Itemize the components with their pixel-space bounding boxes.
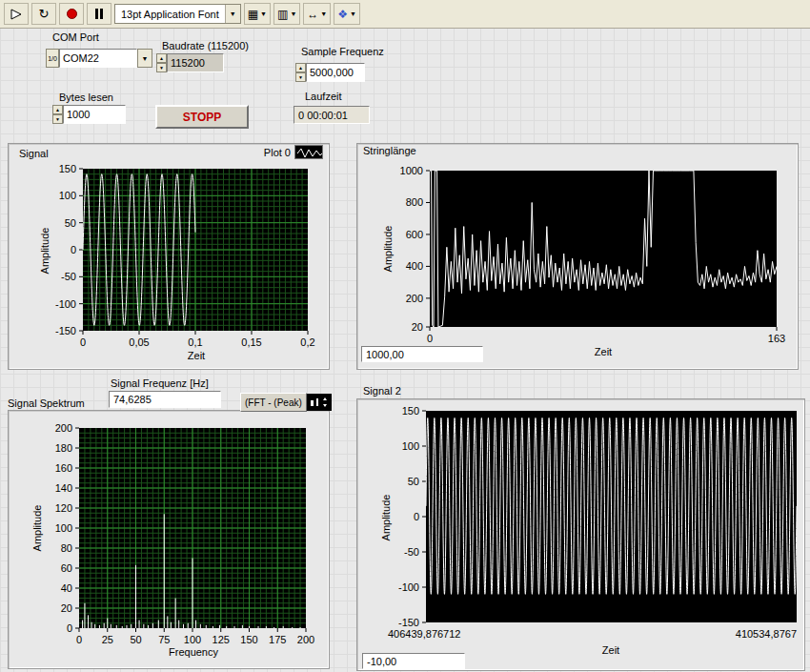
align-objects-dropdown[interactable]: ▦ ▼ <box>244 3 271 25</box>
sample-frequenz-value[interactable]: 5000,000 <box>306 63 365 82</box>
svg-text:200: 200 <box>297 634 314 645</box>
chevron-down-icon: ▼ <box>350 10 356 17</box>
abort-button[interactable] <box>59 3 84 25</box>
svg-text:20: 20 <box>61 602 72 614</box>
y-axis-label: Amplitude <box>382 226 394 273</box>
com-port-value[interactable]: COM22 <box>59 49 137 68</box>
signal2-scale-value[interactable]: -10,00 <box>362 653 465 669</box>
y-axis-label: Amplitude <box>380 495 392 541</box>
font-selector[interactable]: 13pt Application Font ▼ <box>114 4 241 24</box>
baudrate-spinner[interactable]: ▲ ▼ <box>156 53 167 72</box>
svg-text:0: 0 <box>67 622 72 634</box>
svg-text:50: 50 <box>408 476 419 487</box>
resize-objects-dropdown[interactable]: ↔ ▼ <box>303 3 331 25</box>
svg-text:0: 0 <box>71 244 76 255</box>
align-objects-icon: ▦ <box>248 8 258 21</box>
baudrate-label: Baudrate (115200) <box>162 40 249 51</box>
visa-io-icon: 1/0 <box>46 49 59 68</box>
spin-down-icon[interactable]: ▼ <box>295 72 306 82</box>
svg-text:0: 0 <box>427 333 433 344</box>
spin-down-icon[interactable]: ▼ <box>52 114 63 124</box>
stringlaenge-plot-area: 2020040060080010000163 <box>357 144 798 369</box>
run-arrow-icon <box>9 7 24 22</box>
bytes-lesen-control[interactable]: ▲ ▼ 1000 <box>52 105 126 124</box>
sample-frequenz-control[interactable]: ▲ ▼ 5000,000 <box>295 63 365 82</box>
labview-front-panel: ↻ 13pt Application Font ▼ ▦ ▼ ▥ ▼ ↔ ▼ ❖ … <box>0 0 810 672</box>
signal2-waveform-graph: Amplitude Zeit -10,00 -150-100-500501001… <box>356 398 805 671</box>
svg-text:100: 100 <box>184 634 201 645</box>
sample-frequenz-label: Sample Frequenz <box>301 46 384 57</box>
x-axis-label: Zeit <box>188 350 205 361</box>
com-port-dropdown-arrow[interactable]: ▼ <box>137 49 152 68</box>
plot-legend-label: Plot 0 <box>264 147 291 158</box>
svg-text:200: 200 <box>406 293 423 304</box>
svg-text:0,15: 0,15 <box>241 336 261 348</box>
svg-text:140: 140 <box>55 482 72 494</box>
baudrate-control[interactable]: ▲ ▼ 115200 <box>156 53 224 72</box>
svg-text:0: 0 <box>414 511 419 522</box>
svg-text:0: 0 <box>80 336 86 348</box>
chevron-down-icon[interactable]: ▼ <box>225 5 240 23</box>
bytes-lesen-value[interactable]: 1000 <box>63 105 126 124</box>
sample-frequenz-spinner[interactable]: ▲ ▼ <box>295 63 306 82</box>
ring-icon[interactable] <box>307 394 332 411</box>
x-axis-label: Zeit <box>602 644 619 656</box>
svg-text:200: 200 <box>55 422 72 434</box>
svg-text:120: 120 <box>55 502 72 514</box>
stringlaenge-chart-title: Stringlänge <box>363 145 416 156</box>
svg-text:160: 160 <box>55 462 72 474</box>
pause-icon <box>95 9 103 19</box>
com-port-label: COM Port <box>52 31 99 43</box>
svg-text:100: 100 <box>59 190 76 201</box>
distribute-objects-icon: ▥ <box>277 8 288 21</box>
com-port-combo[interactable]: 1/0 COM22 ▼ <box>46 49 152 68</box>
run-continuous-icon: ↻ <box>39 7 50 21</box>
svg-text:0,05: 0,05 <box>129 336 149 348</box>
svg-text:406439,876712: 406439,876712 <box>388 628 460 640</box>
x-axis-label: Frequency <box>169 646 218 658</box>
resize-objects-icon: ↔ <box>307 8 318 21</box>
y-axis-label: Amplitude <box>31 505 43 552</box>
spin-up-icon[interactable]: ▲ <box>156 53 167 63</box>
svg-text:20: 20 <box>412 321 423 333</box>
plot-legend[interactable]: Plot 0 <box>264 145 323 159</box>
svg-text:25: 25 <box>102 634 113 645</box>
baudrate-value[interactable]: 115200 <box>167 53 224 72</box>
svg-text:40: 40 <box>61 582 72 594</box>
plot-legend-icon[interactable] <box>294 145 323 159</box>
svg-text:100: 100 <box>55 522 72 534</box>
reorder-dropdown[interactable]: ❖ ▼ <box>334 3 360 25</box>
spin-up-icon[interactable]: ▲ <box>295 63 306 72</box>
signal2-chart-title: Signal 2 <box>363 385 401 397</box>
svg-text:163: 163 <box>768 333 785 344</box>
signal-frequenz-value: 74,6285 <box>109 391 221 408</box>
svg-text:60: 60 <box>61 562 72 574</box>
stringlaenge-waveform-chart: Amplitude Zeit 1000,00 20200400600800100… <box>356 143 799 370</box>
fft-peak-ring[interactable]: (FFT - (Peak) <box>240 393 332 412</box>
spin-down-icon[interactable]: ▼ <box>156 63 167 72</box>
distribute-objects-dropdown[interactable]: ▥ ▼ <box>273 3 300 25</box>
svg-text:50: 50 <box>65 217 76 229</box>
pause-button[interactable] <box>87 3 111 25</box>
bytes-lesen-spinner[interactable]: ▲ ▼ <box>52 105 63 124</box>
run-continuous-button[interactable]: ↻ <box>31 3 56 25</box>
svg-text:50: 50 <box>130 634 141 645</box>
fft-peak-ring-value[interactable]: (FFT - (Peak) <box>240 393 307 412</box>
svg-text:-50: -50 <box>61 271 76 282</box>
svg-text:125: 125 <box>213 634 230 645</box>
laufzeit-display: 0 00:00:01 <box>294 106 370 124</box>
chevron-down-icon: ▼ <box>320 10 327 17</box>
svg-text:-100: -100 <box>55 298 76 310</box>
toolbar: ↻ 13pt Application Font ▼ ▦ ▼ ▥ ▼ ↔ ▼ ❖ … <box>0 0 810 29</box>
stopp-button[interactable]: STOPP <box>155 105 249 129</box>
svg-text:75: 75 <box>158 634 170 645</box>
svg-text:-100: -100 <box>398 581 419 593</box>
svg-text:800: 800 <box>406 196 423 208</box>
svg-text:175: 175 <box>269 634 286 645</box>
svg-text:-50: -50 <box>404 546 419 558</box>
run-button[interactable] <box>4 3 29 25</box>
laufzeit-label: Laufzeit <box>305 91 342 102</box>
stringlaenge-scale-value[interactable]: 1000,00 <box>361 346 483 362</box>
spin-up-icon[interactable]: ▲ <box>52 105 63 114</box>
svg-text:600: 600 <box>406 229 423 240</box>
